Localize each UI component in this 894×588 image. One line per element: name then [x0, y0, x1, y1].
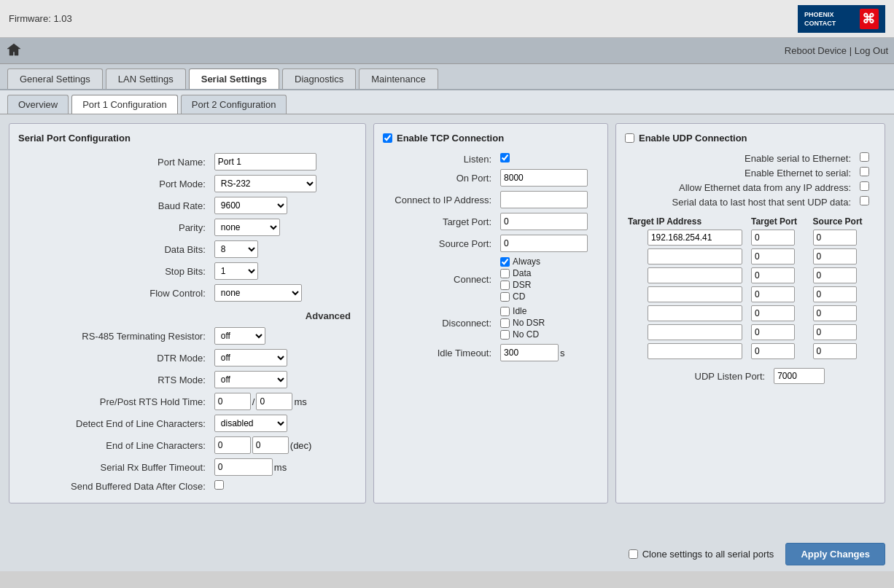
enable-tcp-checkbox[interactable] — [383, 133, 392, 143]
udp-ip-input-4[interactable] — [648, 305, 742, 321]
udp-ip-input-1[interactable] — [648, 248, 742, 264]
rts-mode-select[interactable]: offonalways on — [214, 371, 287, 388]
rs485-select[interactable]: offon — [214, 327, 265, 345]
enable-tcp-label: Enable TCP Connection — [397, 133, 504, 144]
flow-control-select[interactable]: noneRTS/CTSXON/XOFF — [214, 284, 302, 302]
connect-data[interactable]: Data — [500, 268, 596, 278]
e-serial-eth-label: Enable serial to Ethernet: — [625, 151, 857, 165]
apply-changes-button[interactable]: Apply Changes — [785, 543, 885, 565]
udp-target-port-input-1[interactable] — [751, 248, 795, 264]
reboot-link[interactable]: Reboot Device — [785, 45, 847, 56]
udp-source-port-input-5[interactable] — [813, 324, 857, 340]
udp-ip-input-6[interactable] — [648, 343, 742, 359]
connect-always[interactable]: Always — [500, 256, 596, 267]
rx-buf-input[interactable] — [214, 458, 273, 476]
udp-source-port-input-2[interactable] — [813, 267, 857, 283]
on-port-label: On Port: — [383, 167, 497, 189]
udp-ip-input-0[interactable] — [648, 230, 742, 246]
udp-target-port-input-4[interactable] — [751, 305, 795, 321]
udp-listen-table: UDP Listen Port: — [625, 366, 876, 385]
e-eth-serial-checkbox[interactable] — [860, 167, 869, 176]
detect-eol-select[interactable]: disabledenabled — [214, 415, 287, 432]
ms-label: ms — [294, 396, 306, 407]
svg-text:⌘: ⌘ — [862, 12, 875, 26]
tab-maintenance[interactable]: Maintenance — [359, 68, 438, 89]
parity-select[interactable]: noneoddeven — [214, 219, 280, 236]
udp-ip-input-2[interactable] — [648, 267, 742, 283]
clone-checkbox[interactable] — [629, 549, 638, 559]
udp-row-3 — [625, 285, 876, 304]
disconnect-options: Idle No DSR No CD — [500, 306, 596, 340]
connect-ip-label: Connect to IP Address: — [383, 189, 497, 211]
nav-separator: | — [850, 45, 855, 56]
udp-row-5 — [625, 323, 876, 342]
tcp-panel-header: Enable TCP Connection — [383, 133, 599, 144]
eol-char1-input[interactable] — [214, 436, 251, 454]
disconnect-label: Disconnect: — [383, 304, 497, 342]
disconnect-no-cd[interactable]: No CD — [500, 329, 596, 340]
tab-serial[interactable]: Serial Settings — [189, 68, 279, 89]
logout-link[interactable]: Log Out — [855, 45, 888, 56]
data-bits-select[interactable]: 78 — [214, 240, 258, 258]
home-icon[interactable] — [6, 42, 22, 60]
udp-target-port-input-5[interactable] — [751, 324, 795, 340]
udp-col-ip: Target IP Address — [625, 215, 748, 228]
rts-mode-label: RTS Mode: — [18, 369, 211, 391]
udp-source-port-input-4[interactable] — [813, 305, 857, 321]
tab-lan[interactable]: LAN Settings — [106, 68, 186, 89]
target-port-input[interactable] — [500, 213, 588, 230]
clone-text: Clone settings to all serial ports — [642, 549, 774, 560]
svg-text:CONTACT: CONTACT — [804, 20, 836, 27]
last-host-checkbox[interactable] — [860, 196, 869, 205]
post-rts-input[interactable] — [256, 393, 292, 410]
panels: Serial Port Configuration Port Name: Por… — [9, 123, 885, 503]
sub-tab-port1[interactable]: Port 1 Configuration — [71, 95, 178, 114]
clone-label[interactable]: Clone settings to all serial ports — [629, 549, 774, 560]
svg-text:PHOENIX: PHOENIX — [804, 11, 834, 18]
e-serial-eth-checkbox[interactable] — [860, 152, 869, 162]
udp-source-port-input-1[interactable] — [813, 248, 857, 264]
udp-listen-port-input[interactable] — [774, 368, 825, 384]
disconnect-idle[interactable]: Idle — [500, 306, 596, 316]
udp-source-port-input-3[interactable] — [813, 286, 857, 302]
udp-ip-input-5[interactable] — [648, 324, 742, 340]
sub-tab-port2[interactable]: Port 2 Configuration — [181, 95, 287, 114]
eol-char2-input[interactable] — [252, 436, 289, 454]
connect-options: Always Data DSR CD — [500, 256, 596, 302]
idle-timeout-input[interactable] — [500, 344, 559, 361]
dtr-mode-select[interactable]: offonalways on — [214, 349, 287, 366]
udp-target-port-input-6[interactable] — [751, 343, 795, 359]
pre-rts-input[interactable] — [214, 393, 251, 410]
udp-source-port-input-6[interactable] — [813, 343, 857, 359]
stop-bits-select[interactable]: 12 — [214, 262, 258, 280]
udp-row-2 — [625, 266, 876, 285]
udp-ip-input-3[interactable] — [648, 286, 742, 302]
source-port-input[interactable] — [500, 235, 588, 252]
rx-ms-label: ms — [274, 462, 287, 473]
tab-general[interactable]: General Settings — [7, 68, 103, 89]
slash-sep: / — [252, 396, 255, 407]
udp-source-port-input-0[interactable] — [813, 230, 857, 246]
udp-rows — [625, 228, 876, 361]
tab-diagnostics[interactable]: Diagnostics — [282, 68, 356, 89]
baud-rate-select[interactable]: 1200240048009600 192003840057600115200 — [214, 197, 287, 214]
eol-chars-label: End of Line Characters: — [18, 434, 211, 456]
connect-cd[interactable]: CD — [500, 291, 596, 302]
disconnect-no-dsr[interactable]: No DSR — [500, 318, 596, 328]
rs485-label: RS-485 Terminating Resistor: — [18, 325, 211, 347]
sub-tab-overview[interactable]: Overview — [7, 95, 69, 114]
listen-checkbox[interactable] — [500, 153, 510, 162]
udp-target-port-input-0[interactable] — [751, 230, 795, 246]
send-buffered-checkbox[interactable] — [214, 480, 224, 490]
port-mode-select[interactable]: RS-232RS-485RS-422 — [214, 175, 316, 192]
dec-label: (dec) — [290, 440, 312, 451]
udp-target-port-input-2[interactable] — [751, 267, 795, 283]
allow-any-ip-checkbox[interactable] — [860, 181, 869, 191]
enable-udp-checkbox[interactable] — [625, 133, 634, 143]
on-port-input[interactable] — [500, 169, 588, 187]
connect-ip-input[interactable] — [500, 191, 588, 208]
connect-label: Connect: — [383, 254, 497, 304]
udp-target-port-input-3[interactable] — [751, 286, 795, 302]
port-name-input[interactable] — [214, 153, 316, 170]
connect-dsr[interactable]: DSR — [500, 280, 596, 290]
